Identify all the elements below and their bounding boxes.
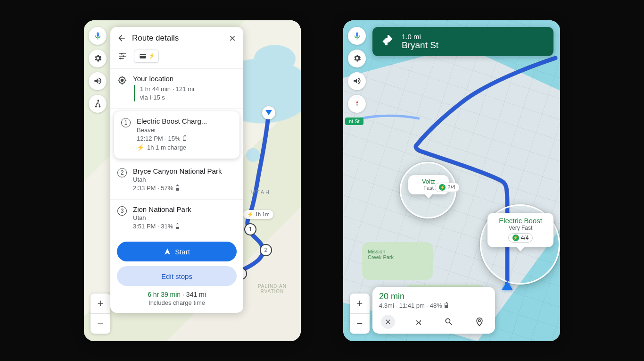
control-column xyxy=(348,27,366,113)
battery-icon xyxy=(445,303,448,308)
crosshair-icon xyxy=(117,75,127,102)
zoom-in-button[interactable]: + xyxy=(91,294,110,313)
phone-route-details: ⚡1h 1m 1 2 3 UTAH PALINDIAN RVATION + − … xyxy=(84,20,301,341)
battery-icon xyxy=(183,136,186,141)
map-label-utah: UTAH xyxy=(251,189,271,195)
stop-marker-2[interactable]: 2 xyxy=(260,244,272,256)
route-options-button[interactable] xyxy=(118,51,127,61)
svg-rect-7 xyxy=(140,54,146,58)
charger-callout-electric-boost[interactable]: Electric Boost Very Fast ⚡4/4 xyxy=(487,213,553,247)
voice-search-button[interactable] xyxy=(348,27,366,45)
svg-point-2 xyxy=(95,106,96,107)
route-details-panel: Route details ⚡ Your location 1 hr 44 mi… xyxy=(110,27,243,313)
back-button[interactable] xyxy=(117,34,126,43)
bolt-icon: ⚡ xyxy=(137,143,144,152)
svg-point-6 xyxy=(121,53,123,54)
end-navigation-button[interactable] xyxy=(381,315,395,329)
turn-street: Bryant St xyxy=(402,40,438,50)
alternate-routes-button[interactable] xyxy=(412,315,426,329)
battery-icon xyxy=(176,185,179,191)
stop-marker-1[interactable]: 1 xyxy=(244,223,256,235)
phone-navigation: Mission Creek Park Mission Bay Kids' Par… xyxy=(343,20,560,341)
park-label: Mission Creek Park xyxy=(368,249,394,260)
stop-name: Zion National Park xyxy=(133,205,237,214)
zoom-control: + − xyxy=(350,294,370,334)
sound-button[interactable] xyxy=(348,72,366,90)
stop-number-badge: 2 xyxy=(117,168,127,177)
navigation-arrow xyxy=(502,281,513,290)
charger-availability-voltz[interactable]: ⚡2/4 xyxy=(435,181,460,192)
current-location-marker xyxy=(262,106,275,119)
stop-name: Bryce Canyon National Park xyxy=(133,167,237,176)
zoom-out-button[interactable]: − xyxy=(91,314,110,334)
settings-button[interactable] xyxy=(89,50,107,67)
stop-name: Electric Boost Charg... xyxy=(137,117,233,126)
charge-time-bubble: ⚡1h 1m xyxy=(243,210,273,219)
svg-rect-8 xyxy=(140,55,146,56)
step-charger[interactable]: 1 Electric Boost Charg... Beaver 12:12 P… xyxy=(114,111,239,158)
edit-stops-button[interactable]: Edit stops xyxy=(117,266,237,286)
turn-distance: 1.0 mi xyxy=(402,33,438,41)
zoom-out-button[interactable]: − xyxy=(350,314,370,334)
step-stop-3[interactable]: 3 Zion National Park Utah 3:51 PM · 31% xyxy=(110,200,243,237)
eta-text: 20 min xyxy=(379,292,488,302)
recenter-button[interactable] xyxy=(472,315,487,329)
zoom-control: + − xyxy=(91,294,110,334)
navigation-bottom-sheet: 20 min 4.3mi · 11:41 pm · 48% xyxy=(372,287,495,334)
search-along-route-button[interactable] xyxy=(442,315,456,329)
stop-number-badge: 1 xyxy=(121,118,131,127)
step-stop-2[interactable]: 2 Bryce Canyon National Park Utah 2:33 P… xyxy=(110,161,243,200)
step-origin[interactable]: Your location 1 hr 44 min · 121 mi via I… xyxy=(110,69,243,109)
compass-button[interactable] xyxy=(348,95,366,113)
stop-number-badge: 3 xyxy=(117,206,127,216)
battery-icon xyxy=(176,224,179,229)
svg-point-1 xyxy=(98,100,99,101)
street-chip: nt St xyxy=(345,118,363,125)
svg-point-4 xyxy=(119,58,121,59)
voice-search-button[interactable] xyxy=(89,27,107,45)
start-navigation-button[interactable]: Start xyxy=(117,242,237,261)
zoom-in-button[interactable]: + xyxy=(350,294,370,313)
svg-point-3 xyxy=(99,106,100,107)
turn-right-icon xyxy=(380,33,395,48)
alternate-routes-button[interactable] xyxy=(89,95,107,113)
settings-button[interactable] xyxy=(348,50,366,67)
trip-summary: 6 hr 39 min · 341 mi Includes charge tim… xyxy=(117,291,237,306)
sound-button[interactable] xyxy=(89,72,107,90)
control-column xyxy=(89,27,107,113)
park-area xyxy=(362,242,433,280)
close-button[interactable] xyxy=(228,34,237,42)
svg-point-9 xyxy=(479,319,480,321)
payment-card-button[interactable]: ⚡ xyxy=(134,50,159,63)
navigation-banner[interactable]: 1.0 mi Bryant St xyxy=(372,27,553,56)
svg-point-5 xyxy=(123,55,124,57)
origin-label: Your location xyxy=(133,75,237,84)
panel-title: Route details xyxy=(132,34,223,43)
map-label-palindian: PALINDIAN RVATION xyxy=(258,284,287,294)
trip-subtext: 4.3mi · 11:41 pm · 48% xyxy=(379,302,488,309)
